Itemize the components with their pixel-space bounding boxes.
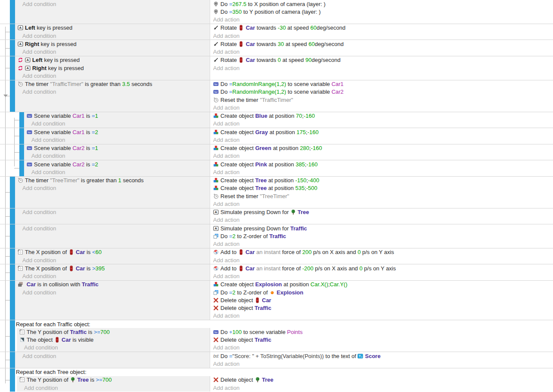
add-action-button[interactable]: Add action: [213, 64, 553, 72]
add-condition-button[interactable]: Add condition: [24, 168, 210, 176]
condition[interactable]: VarScene variable Car1 is =1: [24, 112, 210, 120]
condition[interactable]: The timer "TreeTimer" is greater than 1 …: [15, 177, 210, 184]
event-selection-bar[interactable]: [10, 177, 15, 208]
add-action-button[interactable]: Add action: [213, 384, 553, 392]
condition[interactable]: The X position of Car is >395: [15, 264, 210, 272]
foreach-header[interactable]: Repeat for each Traffic object:: [15, 320, 553, 328]
event-selection-bar[interactable]: [10, 281, 15, 320]
action[interactable]: Create object Blue at position 70;-160: [213, 112, 553, 120]
add-condition-button[interactable]: Add condition: [15, 88, 210, 96]
action[interactable]: Delete object Car: [213, 296, 553, 304]
event-selection-bar[interactable]: [10, 208, 15, 224]
action[interactable]: VarDo =RandomInRange(1,2) to scene varia…: [213, 88, 553, 96]
action[interactable]: Add to Car an instant force of 200 p/s o…: [213, 248, 553, 256]
condition[interactable]: VarScene variable Car2 is =1: [24, 144, 210, 152]
add-condition-button[interactable]: Add condition: [24, 136, 210, 144]
action[interactable]: ASimulate pressing Down for Traffic: [213, 224, 553, 232]
event-selection-bar[interactable]: [10, 0, 15, 24]
condition[interactable]: VarScene variable Car2 is =2: [24, 160, 210, 168]
action[interactable]: Add to Car an instant force of -200 p/s …: [213, 264, 553, 272]
action[interactable]: VarDo =RandomInRange(1,2) to scene varia…: [213, 80, 553, 88]
add-action-button[interactable]: Add action: [213, 216, 553, 224]
action[interactable]: VarDo +100 to scene variable Points: [213, 328, 553, 336]
add-condition-button[interactable]: Add condition: [24, 152, 210, 160]
action[interactable]: txtDo ="Score: " + ToString(Variable(Poi…: [213, 352, 553, 360]
condition[interactable]: The timer "TrafficTimer" is greater than…: [15, 80, 210, 88]
add-condition-button[interactable]: Add condition: [15, 224, 210, 232]
add-action-button[interactable]: Add action: [213, 273, 553, 280]
add-action-button[interactable]: Add action: [213, 240, 553, 248]
add-action-button[interactable]: Add action: [213, 344, 553, 352]
event-selection-bar[interactable]: [10, 224, 15, 248]
add-condition-button[interactable]: Add condition: [15, 48, 210, 56]
add-action-button[interactable]: Add action: [213, 32, 553, 40]
add-condition-button[interactable]: Add condition: [24, 120, 210, 128]
action[interactable]: Create object Tree at position 535;-500: [213, 184, 553, 192]
add-condition-button[interactable]: Add condition: [15, 184, 210, 192]
action[interactable]: ASimulate pressing Down for Tree: [213, 208, 553, 216]
condition[interactable]: ARight key is pressed: [15, 40, 210, 48]
add-action-button[interactable]: Add action: [213, 256, 553, 264]
add-action-button[interactable]: Add action: [213, 136, 553, 144]
event-selection-bar[interactable]: [10, 24, 15, 40]
action[interactable]: Create object Green at position 280;-160: [213, 144, 553, 152]
add-condition-button[interactable]: Add condition: [15, 0, 210, 8]
action[interactable]: Delete object Traffic: [213, 336, 553, 344]
add-action-button[interactable]: Add action: [213, 104, 553, 111]
condition[interactable]: The Y position of Traffic is >=700: [17, 328, 210, 336]
condition[interactable]: Car is in collision with Traffic: [15, 281, 210, 288]
condition[interactable]: ALeft key is pressed: [15, 56, 210, 64]
condition[interactable]: The X position of Car is <60: [15, 248, 210, 256]
condition[interactable]: VarScene variable Car1 is =2: [24, 128, 210, 136]
event-selection-bar[interactable]: [19, 128, 24, 144]
add-condition-button[interactable]: Add condition: [15, 273, 210, 280]
event-selection-bar[interactable]: [10, 40, 15, 56]
add-condition-button[interactable]: Add condition: [15, 208, 210, 216]
add-condition-button[interactable]: Add condition: [17, 384, 210, 392]
event-selection-bar[interactable]: [10, 320, 15, 352]
condition[interactable]: ARight key is pressed: [15, 64, 210, 72]
add-condition-button[interactable]: Add condition: [15, 256, 210, 264]
action[interactable]: Reset the timer "TreeTimer": [213, 192, 553, 200]
event-selection-bar[interactable]: [19, 112, 24, 128]
add-condition-button[interactable]: Add condition: [15, 288, 210, 296]
event-selection-bar[interactable]: [19, 160, 24, 176]
condition[interactable]: The Y position of Tree is >=700: [17, 376, 210, 384]
event-selection-bar[interactable]: [10, 264, 15, 280]
add-action-button[interactable]: Add action: [213, 48, 553, 56]
add-condition-button[interactable]: Add condition: [15, 32, 210, 40]
action[interactable]: Create object Explosion at position Car.…: [213, 281, 553, 288]
add-condition-button[interactable]: Add condition: [17, 344, 210, 352]
condition[interactable]: The object Car is visible: [17, 336, 210, 344]
event-selection-bar[interactable]: [10, 248, 15, 264]
add-action-button[interactable]: Add action: [213, 168, 553, 176]
add-action-button[interactable]: Add action: [213, 120, 553, 128]
add-action-button[interactable]: Add action: [213, 200, 553, 208]
add-condition-button[interactable]: Add condition: [15, 72, 210, 80]
action[interactable]: Rotate Car towards 30 at speed 60deg/sec…: [213, 40, 553, 48]
action[interactable]: Rotate Car towards 0 at speed 90deg/seco…: [213, 56, 553, 64]
event-selection-bar[interactable]: [19, 144, 24, 160]
action[interactable]: Do =267.5 to X position of camera (layer…: [213, 0, 553, 8]
add-action-button[interactable]: Add action: [213, 312, 553, 320]
action[interactable]: Create object Gray at position 175;-160: [213, 128, 553, 136]
action[interactable]: Do =2 to Z-order of Explosion: [213, 288, 553, 296]
event-selection-bar[interactable]: [10, 56, 15, 80]
add-action-button[interactable]: Add action: [213, 16, 553, 24]
action[interactable]: Rotate Car towards -30 at speed 60deg/se…: [213, 24, 553, 32]
event-selection-bar[interactable]: [10, 368, 15, 392]
action[interactable]: Create object Tree at position -150;-400: [213, 177, 553, 184]
action[interactable]: Do =2 to Z-order of Traffic: [213, 232, 553, 240]
action[interactable]: Create object Pink at position 385;-160: [213, 160, 553, 168]
foreach-header[interactable]: Repeat for each Tree object:: [15, 368, 553, 376]
event-selection-bar[interactable]: [10, 352, 15, 368]
action[interactable]: Delete object Tree: [213, 376, 553, 384]
add-action-button[interactable]: Add action: [213, 360, 553, 368]
condition[interactable]: ALeft key is pressed: [15, 24, 210, 32]
event-selection-bar[interactable]: [10, 80, 15, 112]
action[interactable]: Do =350 to Y position of camera (layer: …: [213, 8, 553, 15]
add-action-button[interactable]: Add action: [213, 152, 553, 160]
add-condition-button[interactable]: Add condition: [15, 352, 210, 360]
action[interactable]: Reset the timer "TrafficTimer": [213, 96, 553, 104]
action[interactable]: Delete object Traffic: [213, 304, 553, 312]
